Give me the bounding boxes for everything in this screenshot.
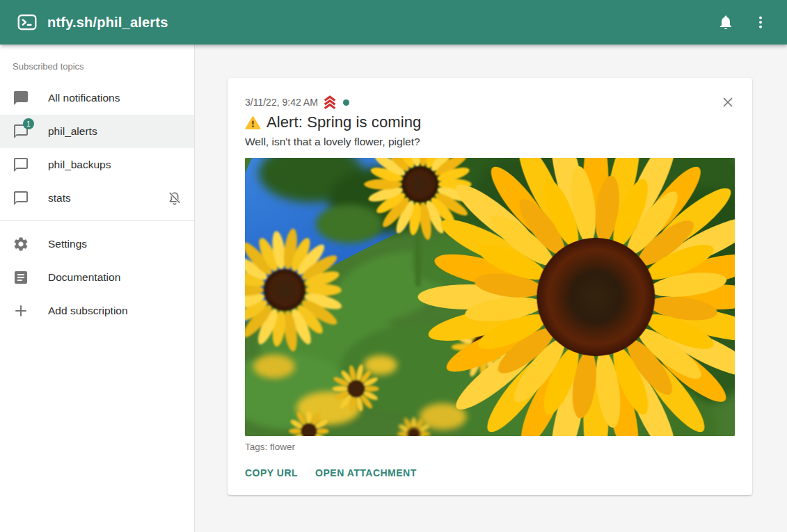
- sidebar-item-all-notifications[interactable]: All notifications: [0, 81, 194, 115]
- notification-body: Well, isn't that a lovely flower, piglet…: [245, 136, 735, 148]
- overflow-menu-button[interactable]: [745, 7, 776, 38]
- ntfy-terminal-logo-icon: [17, 12, 38, 33]
- gear-icon: [13, 236, 29, 252]
- main-content: 3/11/22, 9:42 AM: [196, 45, 787, 532]
- sidebar-item-documentation[interactable]: Documentation: [0, 261, 194, 294]
- sidebar-item-phil-backups[interactable]: phil_backups: [0, 148, 194, 182]
- close-notification-button[interactable]: [717, 91, 739, 113]
- sidebar-item-add-subscription[interactable]: Add subscription: [0, 294, 194, 328]
- notification-card: 3/11/22, 9:42 AM: [228, 78, 752, 495]
- plus-icon: [13, 303, 29, 319]
- notification-timestamp: 3/11/22, 9:42 AM: [245, 97, 318, 108]
- attachment-image[interactable]: [245, 158, 735, 436]
- sidebar-item-phil-alerts[interactable]: 1 phil_alerts: [0, 115, 194, 148]
- kebab-menu-icon: [752, 14, 769, 31]
- article-icon: [13, 269, 29, 286]
- app-bar: ntfy.sh/phil_alerts: [0, 0, 787, 45]
- warning-triangle-icon: [245, 115, 261, 131]
- app-title: ntfy.sh/phil_alerts: [47, 15, 168, 31]
- bell-icon: [717, 14, 734, 31]
- chat-bubble-filled-icon: [13, 90, 29, 106]
- sidebar: Subscribed topics All notifications 1 ph…: [0, 45, 195, 532]
- sidebar-item-settings[interactable]: Settings: [0, 227, 194, 261]
- unread-dot: [343, 99, 349, 106]
- chat-bubble-outline-icon: 1: [13, 123, 29, 140]
- open-attachment-button[interactable]: OPEN ATTACHMENT: [315, 462, 417, 484]
- subscribed-topics-label: Subscribed topics: [0, 61, 194, 81]
- copy-url-button[interactable]: COPY URL: [245, 462, 298, 484]
- chat-bubble-outline-icon: [13, 156, 29, 173]
- tags-label: Tags: flower: [245, 442, 735, 452]
- notifications-bell-button[interactable]: [710, 7, 741, 38]
- chat-bubble-outline-icon: [13, 190, 29, 207]
- notification-title: Alert: Spring is coming: [267, 113, 421, 131]
- priority-high-icon: [322, 95, 337, 110]
- sidebar-item-stats[interactable]: stats: [0, 182, 194, 215]
- unread-count-badge: 1: [23, 118, 34, 129]
- notification-title-row: Alert: Spring is coming: [245, 113, 735, 131]
- close-icon: [720, 95, 736, 110]
- notifications-muted-icon: [166, 190, 183, 207]
- sidebar-divider: [0, 220, 194, 221]
